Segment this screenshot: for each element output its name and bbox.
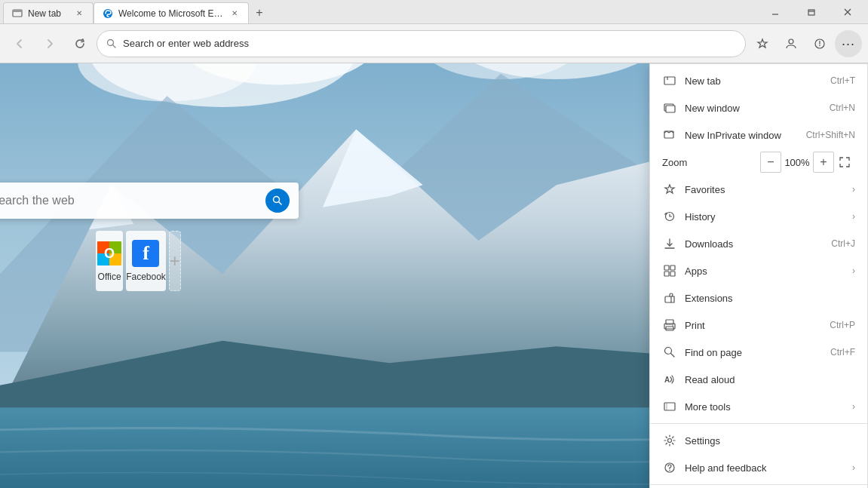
search-box[interactable] [0,183,299,219]
profile-button[interactable] [778,30,805,57]
back-button[interactable] [6,30,33,57]
svg-rect-48 [664,265,669,270]
tab-edge-welcome[interactable]: Welcome to Microsoft Edge Can... ✕ [94,2,249,23]
menu-new-tab[interactable]: New tab Ctrl+T [650,67,867,94]
refresh-button[interactable] [66,30,94,57]
menu-help-feedback-label: Help and feedback [685,462,846,474]
more-tools-icon [662,399,677,414]
menu-find-on-page[interactable]: Find on page Ctrl+F [650,339,867,366]
search-submit-icon [272,195,283,206]
address-bar[interactable] [97,30,746,57]
svg-text:A: A [664,376,670,384]
menu-read-aloud-label: Read aloud [685,374,855,385]
search-submit-button[interactable] [265,189,290,213]
svg-text:O: O [104,246,115,261]
menu-print-shortcut: Ctrl+P [830,320,855,330]
menu-inprivate-shortcut: Ctrl+Shift+N [806,130,855,140]
quick-link-add[interactable]: + [169,231,181,291]
tabs-area: New tab ✕ Welcome to Microsoft Edge Can.… [3,0,758,23]
svg-rect-36 [664,77,675,84]
zoom-label: Zoom [662,157,760,168]
navigation-bar: ··· [0,24,868,63]
quick-links-row-2 [136,306,145,367]
svg-rect-49 [670,265,675,270]
zoom-fullscreen-button[interactable] [834,152,855,173]
search-input[interactable] [0,194,259,207]
office-tile-label: Office [98,272,121,282]
find-on-page-icon [662,345,677,360]
menu-print-label: Print [685,320,824,331]
menu-settings[interactable]: Settings [650,427,867,454]
tab-new-tab[interactable]: New tab ✕ [3,2,94,23]
menu-find-label: Find on page [685,347,824,358]
svg-rect-51 [670,272,675,276]
menu-apps-label: Apps [685,265,846,277]
menu-separator-1 [650,423,867,424]
menu-settings-label: Settings [685,435,855,447]
svg-rect-52 [665,296,671,302]
menu-new-window[interactable]: New window Ctrl+N [650,94,867,121]
extensions-icon [662,290,677,305]
read-aloud-icon: A [662,372,677,387]
new-tab-button[interactable]: + [249,2,270,23]
zoom-value: 100% [781,157,813,168]
favorites-icon [662,182,677,197]
menu-favorites-arrow: › [852,184,855,195]
more-button[interactable]: ··· [835,30,862,57]
menu-new-tab-label: New tab [685,75,824,87]
svg-rect-4 [808,10,814,15]
tab-new-tab-close[interactable]: ✕ [73,8,85,20]
tab-edge-icon [102,8,114,20]
menu-favorites[interactable]: Favorites › [650,176,867,203]
downloads-icon [662,236,677,251]
zoom-plus-button[interactable]: + [813,152,834,173]
svg-point-56 [672,325,673,327]
facebook-icon: f [132,240,159,267]
menu-extensions-label: Extensions [685,293,855,304]
svg-line-29 [278,201,281,204]
menu-separator-2 [650,484,867,485]
svg-line-58 [671,354,675,358]
menu-downloads[interactable]: Downloads Ctrl+J [650,230,867,257]
svg-point-10 [789,39,793,44]
browser-content: O Office f Facebook + [0,63,868,488]
quick-link-facebook[interactable]: f Facebook [126,231,166,291]
close-button[interactable] [830,0,865,24]
zoom-minus-button[interactable]: − [760,152,781,173]
menu-read-aloud[interactable]: A Read aloud [650,366,867,393]
menu-apps-arrow: › [852,265,855,276]
tab-browser-icon [11,8,23,20]
tab-edge-close[interactable]: ✕ [229,8,241,20]
minimize-button[interactable] [758,0,793,24]
maximize-button[interactable] [794,0,829,24]
svg-line-9 [113,45,116,48]
menu-downloads-shortcut: Ctrl+J [831,238,855,249]
svg-point-12 [819,45,820,46]
tab-new-tab-label: New tab [28,8,61,19]
settings-icon [662,433,677,448]
url-input[interactable] [123,38,736,49]
menu-new-window-label: New window [685,103,824,114]
quick-link-office[interactable]: O Office [96,231,123,291]
add-icon: + [170,250,180,272]
menu-history[interactable]: History › [650,203,867,230]
favorites-button[interactable] [749,30,776,57]
feedback-button[interactable] [806,30,833,57]
forward-button[interactable] [36,30,63,57]
search-container: O Office f Facebook + [0,183,299,370]
menu-print[interactable]: Print Ctrl+P [650,312,867,339]
menu-apps[interactable]: Apps › [650,257,867,284]
svg-point-64 [669,470,670,471]
nav-actions: ··· [749,30,862,57]
menu-more-tools-arrow: › [852,401,855,412]
menu-help-feedback[interactable]: Help and feedback › [650,454,867,481]
print-icon [662,318,677,333]
new-window-icon [662,100,677,115]
menu-extensions[interactable]: Extensions [650,284,867,312]
menu-new-tab-shortcut: Ctrl+T [830,75,855,86]
quick-links-row-1: O Office f Facebook + [96,231,184,291]
inprivate-icon [662,127,677,143]
menu-inprivate[interactable]: New InPrivate window Ctrl+Shift+N [650,121,867,149]
menu-more-tools[interactable]: More tools › [650,393,867,420]
new-tab-icon [662,73,677,88]
